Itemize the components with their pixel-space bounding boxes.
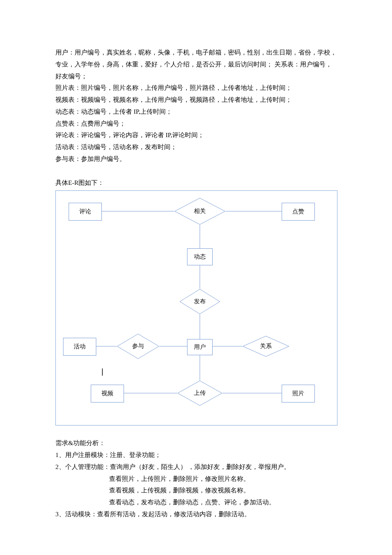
relation-participate-label: 参与 [132, 341, 144, 352]
er-diagram: 评论 相关 点赞 动态 发布 活动 参与 用户 关系 | 视频 上传 照片 [55, 190, 337, 426]
entity-activity: 活动 [63, 338, 96, 356]
relation-related: 相关 [174, 198, 225, 225]
paragraph-activity: 活动表：活动编号，活动名称，发布时间； [55, 141, 337, 153]
paragraph-photo: 照片表：照片编号，照片名称，上传用户编号，照片路径，上传者地址，上传时间； [55, 82, 337, 94]
entity-video: 视频 [91, 385, 124, 403]
paragraph-like: 点赞表：点费用户编号； [55, 118, 337, 130]
diagram-title: 具体E-R图如下： [55, 177, 337, 189]
entity-comment: 评论 [69, 203, 102, 221]
relation-relationship-label: 关系 [260, 341, 272, 352]
entity-video-label: 视频 [101, 388, 113, 399]
relation-participate: 参与 [117, 334, 159, 359]
paragraph-participate: 参与表：参加用户编号。 [55, 153, 337, 165]
requirement-3: 3、活动模块：查看所有活动，发起活动，修改活动内容，删除活动。 [55, 509, 337, 520]
requirement-2: 2、个人管理功能：查询用户（好友，陌生人） ，添加好友，删除好友，举报用户。 [55, 461, 337, 473]
relation-related-label: 相关 [194, 206, 206, 217]
paragraph-user: 用户：用户编号，真实姓名，昵称，头像，手机，电子邮箱，密码，性别，出生日期，省份… [55, 47, 337, 82]
relation-upload-label: 上传 [194, 388, 206, 399]
requirements-title: 需求&功能分析： [55, 437, 337, 449]
entity-like: 点赞 [282, 203, 315, 221]
relation-publish-label: 发布 [194, 296, 206, 307]
relation-publish: 发布 [179, 289, 220, 314]
entity-activity-label: 活动 [74, 341, 86, 352]
relation-upload: 上传 [177, 380, 222, 406]
paragraph-comment: 评论表：评论编号，评论内容，评论者 IP,评论时间； [55, 129, 337, 141]
entity-dynamic-label: 动态 [194, 251, 206, 262]
paragraph-video: 视频表：视频编号，视频名称，上传用户编号，视频路径，上传者地址，上传时间； [55, 94, 337, 106]
entity-photo-label: 照片 [292, 388, 304, 399]
entity-like-label: 点赞 [292, 206, 304, 217]
entity-comment-label: 评论 [79, 206, 91, 217]
entity-photo: 照片 [282, 385, 315, 403]
relation-relationship: 关系 [242, 336, 289, 357]
requirement-2c: 查看动态，发布动态，删除动态，点赞、评论，参加活动。 [55, 497, 337, 509]
entity-user: 用户 [187, 339, 213, 355]
entity-dynamic: 动态 [187, 248, 213, 265]
paragraph-dynamic: 动态表：动态编号，上传者 IP,上传时间； [55, 106, 337, 118]
entity-user-label: 用户 [194, 342, 206, 353]
text-caret: | [101, 365, 104, 379]
requirement-1: 1、用户注册模块：注册、登录功能； [55, 449, 337, 461]
requirement-2b: 查看视频，上传视频，删除视频，修改视频名称。 [55, 485, 337, 497]
requirement-2a: 查看照片，上传照片，删除照片，修改照片名称。 [55, 473, 337, 485]
